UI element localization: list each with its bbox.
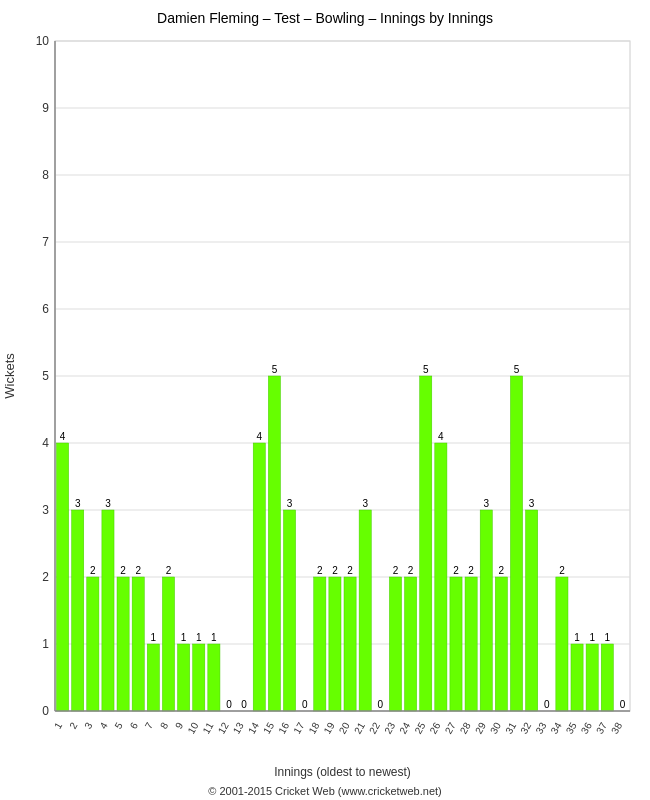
svg-rect-28 bbox=[87, 577, 99, 711]
svg-rect-48 bbox=[253, 443, 265, 711]
svg-text:6: 6 bbox=[42, 302, 49, 316]
svg-rect-91 bbox=[601, 644, 613, 711]
svg-text:Wickets: Wickets bbox=[2, 353, 17, 399]
svg-text:0: 0 bbox=[620, 699, 626, 710]
svg-text:2: 2 bbox=[120, 565, 126, 576]
svg-text:2: 2 bbox=[393, 565, 399, 576]
svg-text:1: 1 bbox=[42, 637, 49, 651]
chart-area: 0123456789104323221211100453022230225422… bbox=[0, 31, 650, 781]
svg-rect-38 bbox=[162, 577, 174, 711]
svg-text:9: 9 bbox=[42, 101, 49, 115]
svg-text:Innings (oldest to newest): Innings (oldest to newest) bbox=[274, 765, 411, 779]
svg-text:2: 2 bbox=[135, 565, 141, 576]
svg-text:4: 4 bbox=[42, 436, 49, 450]
svg-text:1: 1 bbox=[196, 632, 202, 643]
svg-text:2: 2 bbox=[499, 565, 505, 576]
svg-text:3: 3 bbox=[529, 498, 535, 509]
svg-rect-74 bbox=[465, 577, 477, 711]
svg-text:0: 0 bbox=[241, 699, 247, 710]
svg-text:1: 1 bbox=[605, 632, 611, 643]
svg-text:3: 3 bbox=[75, 498, 81, 509]
svg-rect-87 bbox=[571, 644, 583, 711]
svg-text:2: 2 bbox=[468, 565, 474, 576]
svg-text:2: 2 bbox=[347, 565, 353, 576]
svg-text:1: 1 bbox=[589, 632, 595, 643]
svg-text:2: 2 bbox=[559, 565, 565, 576]
svg-text:3: 3 bbox=[287, 498, 293, 509]
svg-rect-52 bbox=[283, 510, 295, 711]
svg-rect-44 bbox=[208, 644, 220, 711]
svg-text:0: 0 bbox=[42, 704, 49, 718]
svg-rect-64 bbox=[389, 577, 401, 711]
svg-text:3: 3 bbox=[483, 498, 489, 509]
svg-rect-61 bbox=[359, 510, 371, 711]
svg-text:4: 4 bbox=[60, 431, 66, 442]
svg-text:4: 4 bbox=[438, 431, 444, 442]
svg-text:2: 2 bbox=[332, 565, 338, 576]
svg-text:4: 4 bbox=[256, 431, 262, 442]
svg-text:0: 0 bbox=[302, 699, 308, 710]
svg-rect-30 bbox=[102, 510, 114, 711]
svg-rect-24 bbox=[57, 443, 69, 711]
svg-text:2: 2 bbox=[317, 565, 323, 576]
svg-rect-72 bbox=[450, 577, 462, 711]
svg-text:0: 0 bbox=[226, 699, 232, 710]
svg-rect-36 bbox=[147, 644, 159, 711]
svg-rect-50 bbox=[268, 376, 280, 711]
svg-text:0: 0 bbox=[378, 699, 384, 710]
svg-text:3: 3 bbox=[105, 498, 111, 509]
svg-text:5: 5 bbox=[423, 364, 429, 375]
svg-text:2: 2 bbox=[408, 565, 414, 576]
svg-rect-85 bbox=[556, 577, 568, 711]
svg-text:3: 3 bbox=[42, 503, 49, 517]
svg-rect-68 bbox=[420, 376, 432, 711]
svg-text:0: 0 bbox=[544, 699, 550, 710]
svg-rect-55 bbox=[314, 577, 326, 711]
svg-text:7: 7 bbox=[42, 235, 49, 249]
svg-rect-57 bbox=[329, 577, 341, 711]
svg-text:1: 1 bbox=[181, 632, 187, 643]
svg-text:2: 2 bbox=[42, 570, 49, 584]
svg-text:3: 3 bbox=[362, 498, 368, 509]
chart-title: Damien Fleming – Test – Bowling – Inning… bbox=[0, 0, 650, 31]
svg-text:5: 5 bbox=[272, 364, 278, 375]
svg-rect-89 bbox=[586, 644, 598, 711]
svg-rect-32 bbox=[117, 577, 129, 711]
svg-text:2: 2 bbox=[166, 565, 172, 576]
svg-text:5: 5 bbox=[42, 369, 49, 383]
svg-rect-26 bbox=[72, 510, 84, 711]
svg-text:2: 2 bbox=[90, 565, 96, 576]
svg-rect-40 bbox=[178, 644, 190, 711]
svg-rect-59 bbox=[344, 577, 356, 711]
svg-rect-82 bbox=[526, 510, 538, 711]
svg-text:8: 8 bbox=[42, 168, 49, 182]
svg-text:1: 1 bbox=[211, 632, 217, 643]
copyright: © 2001-2015 Cricket Web (www.cricketweb.… bbox=[0, 781, 650, 797]
svg-rect-76 bbox=[480, 510, 492, 711]
svg-text:1: 1 bbox=[574, 632, 580, 643]
svg-text:2: 2 bbox=[453, 565, 459, 576]
svg-text:5: 5 bbox=[514, 364, 520, 375]
svg-rect-78 bbox=[495, 577, 507, 711]
chart-container: Damien Fleming – Test – Bowling – Inning… bbox=[0, 0, 650, 800]
svg-rect-70 bbox=[435, 443, 447, 711]
svg-rect-42 bbox=[193, 644, 205, 711]
svg-rect-34 bbox=[132, 577, 144, 711]
svg-text:10: 10 bbox=[36, 34, 50, 48]
svg-rect-66 bbox=[405, 577, 417, 711]
svg-text:1: 1 bbox=[151, 632, 157, 643]
svg-rect-80 bbox=[510, 376, 522, 711]
